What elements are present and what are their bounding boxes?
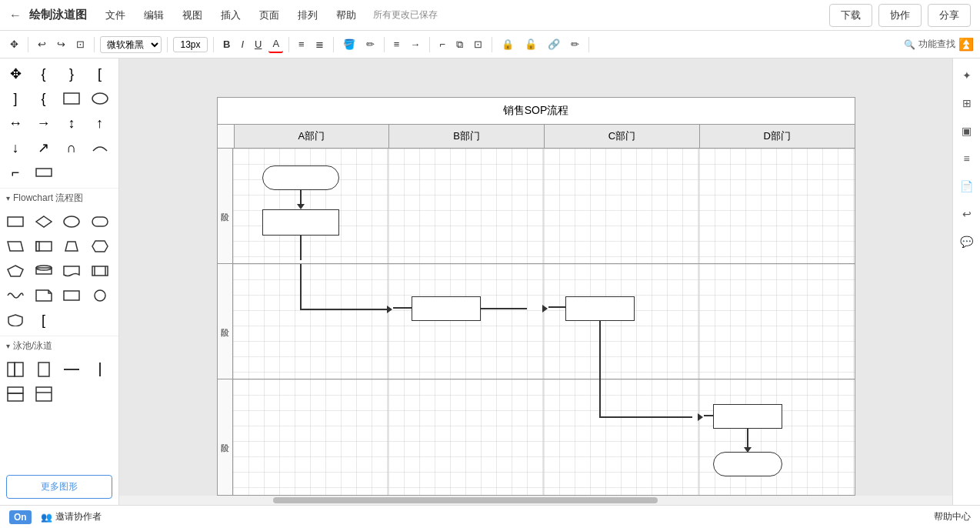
- group-button[interactable]: ⧉: [452, 36, 467, 53]
- fc-rounded[interactable]: [89, 211, 111, 232]
- font-color-button[interactable]: A: [268, 35, 283, 53]
- share-button[interactable]: 分享: [928, 4, 971, 27]
- cell-r2-ca[interactable]: [233, 264, 388, 379]
- shape-curly[interactable]: {: [33, 88, 55, 109]
- sw-vline[interactable]: [89, 359, 111, 380]
- line-style-button[interactable]: ≡: [390, 36, 404, 52]
- sw-lane-v[interactable]: [33, 359, 55, 380]
- shape-bracket-right[interactable]: ]: [5, 88, 26, 109]
- shape-d-row3[interactable]: [713, 404, 782, 429]
- fc-rect[interactable]: [5, 211, 26, 232]
- fc-rect3[interactable]: [61, 285, 82, 306]
- sw-hline[interactable]: [61, 359, 82, 380]
- collaborate-button[interactable]: 协作: [878, 4, 922, 27]
- right-icon-search[interactable]: ✦: [956, 65, 978, 86]
- h-scrollbar-thumb[interactable]: [273, 497, 658, 503]
- shape-arrow-right[interactable]: →: [33, 112, 55, 134]
- cell-r3-ca[interactable]: [233, 379, 388, 495]
- bold-button[interactable]: B: [219, 36, 234, 52]
- font-select[interactable]: 微软雅黑: [100, 36, 162, 53]
- shape-corner[interactable]: ⌐: [5, 162, 26, 183]
- right-icon-comments[interactable]: 💬: [956, 231, 978, 252]
- shape-process-1[interactable]: [262, 209, 339, 236]
- format-button[interactable]: ⊡: [72, 36, 88, 52]
- swimlane-section-label[interactable]: ▾ 泳池/泳道: [0, 336, 118, 354]
- sw-hpool[interactable]: [5, 383, 26, 405]
- cell-r1-cc[interactable]: [544, 149, 699, 263]
- more-shapes-button[interactable]: 更多图形: [6, 475, 112, 499]
- font-size-input[interactable]: [173, 37, 208, 52]
- undo-button[interactable]: ↩: [34, 36, 50, 52]
- fc-trap[interactable]: [61, 236, 82, 257]
- cell-r3-cd[interactable]: [699, 379, 854, 495]
- right-icon-pages[interactable]: 📄: [956, 175, 978, 197]
- flowchart-section-label[interactable]: ▾ Flowchart 流程图: [0, 188, 118, 206]
- h-scrollbar[interactable]: [119, 496, 952, 505]
- fc-shield[interactable]: [5, 309, 26, 331]
- corner-button[interactable]: ⌐: [435, 36, 449, 52]
- menu-arrange[interactable]: 排列: [295, 7, 321, 24]
- right-icon-grid[interactable]: ⊞: [956, 92, 978, 114]
- shape-select[interactable]: ✥: [5, 63, 26, 85]
- shape-start[interactable]: [262, 165, 339, 190]
- shape-ellipse[interactable]: [89, 88, 111, 109]
- fill-color-button[interactable]: 🪣: [339, 36, 359, 52]
- fc-rect2[interactable]: [33, 236, 55, 257]
- cell-r3-cb[interactable]: [388, 379, 544, 495]
- shape-arrow-upright[interactable]: ↗: [33, 137, 55, 159]
- download-button[interactable]: 下载: [829, 4, 872, 27]
- cell-r3-cc[interactable]: [544, 379, 699, 495]
- shape-rect[interactable]: [61, 88, 82, 109]
- shape-rect-wide[interactable]: [33, 162, 55, 183]
- cell-r2-cc[interactable]: [544, 264, 699, 379]
- unlock-button[interactable]: 🔓: [521, 36, 541, 52]
- menu-help[interactable]: 帮助: [333, 7, 359, 24]
- shape-arc2[interactable]: [89, 137, 111, 159]
- fc-bracket2[interactable]: [: [33, 309, 55, 331]
- cell-r1-cd[interactable]: [699, 149, 854, 263]
- stroke-color-button[interactable]: ✏: [362, 36, 378, 52]
- sw-hpool2[interactable]: [33, 383, 55, 405]
- cell-r2-cb[interactable]: [388, 264, 544, 379]
- menu-view[interactable]: 视图: [179, 7, 205, 24]
- on-badge[interactable]: On: [9, 510, 32, 524]
- back-button[interactable]: ←: [9, 8, 22, 22]
- fc-penta[interactable]: [5, 260, 26, 282]
- fc-parallelogram[interactable]: [5, 236, 26, 257]
- link-button[interactable]: 🔗: [544, 36, 564, 52]
- menu-file[interactable]: 文件: [102, 7, 128, 24]
- invite-button[interactable]: 👥 邀请协作者: [41, 510, 102, 523]
- fc-subroutine[interactable]: [89, 260, 111, 282]
- line-end-button[interactable]: →: [406, 36, 424, 52]
- shape-arrow-up[interactable]: ↑: [89, 112, 111, 134]
- shape-bracket-left[interactable]: [: [89, 63, 111, 85]
- shape-end[interactable]: [713, 452, 782, 476]
- cell-r2-cd[interactable]: [699, 264, 854, 379]
- redo-button[interactable]: ↪: [53, 36, 69, 52]
- shape-brace-right[interactable]: }: [61, 63, 82, 85]
- fc-ellipse[interactable]: [61, 211, 82, 232]
- shape-arrow-down[interactable]: ↓: [5, 137, 26, 159]
- shape-arc1[interactable]: ∩: [61, 137, 82, 159]
- fc-doc[interactable]: [61, 260, 82, 282]
- italic-button[interactable]: I: [237, 36, 248, 52]
- shape-brace-left[interactable]: {: [33, 63, 55, 85]
- lock-button[interactable]: 🔒: [498, 36, 518, 52]
- shape-b-row2[interactable]: [412, 296, 481, 321]
- align-right-button[interactable]: ≣: [312, 36, 328, 52]
- ungroup-button[interactable]: ⊡: [470, 36, 486, 52]
- menu-page[interactable]: 页面: [256, 7, 282, 24]
- help-button[interactable]: 帮助中心: [934, 510, 971, 523]
- shape-c-row2[interactable]: [565, 296, 635, 321]
- canvas-area[interactable]: 销售SOP流程 A部门 B部门 C部门 D部门 阶段: [119, 58, 952, 505]
- pencil-button[interactable]: ✏: [567, 36, 583, 52]
- fc-note[interactable]: [33, 285, 55, 306]
- right-icon-history[interactable]: ↩: [956, 203, 978, 225]
- underline-button[interactable]: U: [251, 36, 265, 52]
- fc-diamond[interactable]: [33, 211, 55, 232]
- cursor-tool[interactable]: ✥: [6, 36, 22, 52]
- right-icon-layers[interactable]: ▣: [956, 120, 978, 142]
- cell-r1-ca[interactable]: [233, 149, 388, 263]
- align-left-button[interactable]: ≡: [295, 36, 308, 52]
- fc-drum[interactable]: [33, 260, 55, 282]
